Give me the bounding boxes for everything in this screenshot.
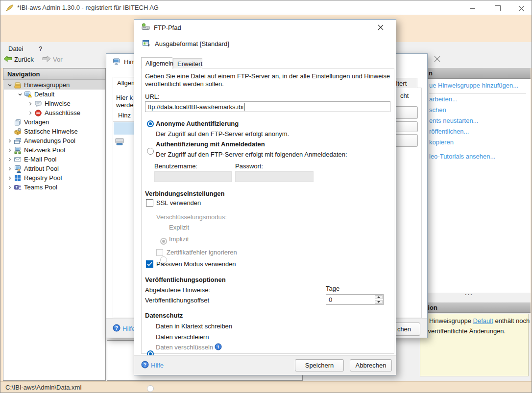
chevron-right-icon[interactable] bbox=[6, 185, 13, 190]
sidebar-item-teams-pool[interactable]: TTeams Pool bbox=[4, 183, 105, 192]
action-link-3[interactable]: ents neustarten... bbox=[429, 117, 478, 124]
save-button[interactable]: Speichern bbox=[295, 359, 344, 371]
passive-mode-label[interactable]: Passiven Modus verwenden bbox=[156, 260, 236, 268]
maximize-button[interactable] bbox=[490, 3, 505, 13]
chevron-right-icon[interactable] bbox=[6, 157, 13, 162]
cert-errors-checkbox bbox=[156, 249, 163, 256]
action-link-6[interactable]: leo-Tutorials ansehen... bbox=[429, 153, 495, 160]
action-link-2[interactable]: schen bbox=[429, 106, 446, 114]
sidebar-item-label: Hinweisgruppen bbox=[24, 81, 70, 89]
password-input[interactable] bbox=[235, 171, 314, 182]
chevron-right-icon[interactable] bbox=[6, 148, 13, 153]
spinner-down-button[interactable] bbox=[375, 300, 383, 304]
sidebar-item-label: Statische Hinweise bbox=[24, 128, 78, 135]
background-text-line2: werde bbox=[116, 101, 133, 109]
background-help-icon[interactable]: ? bbox=[113, 324, 121, 333]
username-input[interactable] bbox=[154, 171, 232, 182]
sidebar-item-anwendungs-pool[interactable]: Anwendungs Pool bbox=[4, 136, 105, 145]
background-window-icon bbox=[113, 58, 121, 67]
chevron-down-icon[interactable] bbox=[6, 83, 13, 88]
radio-encrypt bbox=[147, 385, 154, 392]
chevron-right-icon[interactable] bbox=[6, 166, 13, 171]
view-close-icon[interactable] bbox=[434, 55, 441, 64]
navigation-tree: HinweisgruppenDefaultHinweiseAusschlüsse… bbox=[4, 80, 105, 192]
chevron-right-icon[interactable] bbox=[26, 111, 34, 116]
offset-spinner[interactable]: 0 bbox=[326, 294, 384, 305]
background-list-header: Hinz bbox=[118, 112, 131, 119]
back-button[interactable]: Zurück bbox=[3, 54, 34, 65]
action-link-1[interactable]: arbeiten... bbox=[429, 95, 458, 103]
radio-credentials-label[interactable]: Authentifizierung mit Anmeldedaten bbox=[156, 140, 265, 148]
monitor-warning-icon bbox=[24, 91, 32, 98]
ftp-description-line2: veröffentlicht werden sollen. bbox=[145, 80, 224, 88]
layers-icon bbox=[13, 81, 22, 89]
sidebar-item-label: Ausschlüsse bbox=[45, 109, 80, 116]
ftp-dialog-subtitle: Ausgabeformat [Standard] bbox=[155, 40, 229, 47]
network-icon bbox=[13, 146, 22, 154]
info-line1: Hinweisgruppe Default enthält noch bbox=[429, 317, 530, 324]
expired-label: Abgelaufene Hinweise: bbox=[145, 286, 210, 294]
menu-datei[interactable]: Datei bbox=[5, 44, 26, 53]
actions-separator bbox=[429, 93, 526, 94]
action-link-5[interactable]: kopieren bbox=[429, 139, 454, 146]
sidebar-item-registry-pool[interactable]: Registry Pool bbox=[4, 173, 105, 183]
privacy-header: Datenschutz bbox=[145, 312, 183, 319]
sidebar-item-label: Attribut Pool bbox=[24, 165, 59, 172]
spinner-up-button[interactable] bbox=[375, 295, 383, 299]
url-label: URL: bbox=[145, 93, 160, 100]
radio-credentials[interactable] bbox=[147, 148, 154, 155]
chevron-right-icon[interactable] bbox=[26, 101, 34, 106]
radio-implicit-label: Implizit bbox=[169, 235, 189, 243]
static-box-icon bbox=[13, 128, 22, 136]
cancel-button-dialog[interactable]: Abbrechen bbox=[350, 359, 392, 371]
actions-panel: n ue Hinweisgruppe hinzufügen...arbeiten… bbox=[417, 68, 531, 293]
radio-anonymous[interactable] bbox=[147, 120, 154, 127]
chevron-down-icon[interactable] bbox=[16, 92, 24, 97]
offset-value[interactable]: 0 bbox=[326, 295, 374, 304]
url-input[interactable]: ftp://data.local/IBI-aws/remarks.ibi bbox=[145, 101, 390, 112]
default-link[interactable]: Default bbox=[473, 317, 493, 324]
sidebar-item-statische-hinweise[interactable]: Statische Hinweise bbox=[4, 127, 105, 136]
menu-help[interactable]: ? bbox=[36, 44, 45, 53]
action-link-4[interactable]: röffentlichen... bbox=[429, 128, 469, 135]
radio-plaintext-label[interactable]: Daten in Klartext schreiben bbox=[156, 323, 232, 330]
window-title: *IBI-aws Admin 1.30.0 - registriert für … bbox=[17, 4, 159, 11]
splitter-handle[interactable]: ... bbox=[465, 289, 473, 297]
sidebar-item-label: Anwendungs Pool bbox=[24, 137, 75, 144]
sidebar-item-hinweisgruppen[interactable]: Hinweisgruppen bbox=[4, 80, 105, 90]
sidebar-item-netzwerk-pool[interactable]: Netzwerk Pool bbox=[4, 145, 105, 155]
radio-obfuscate-label[interactable]: Daten verschleiern bbox=[156, 333, 209, 341]
radio-explicit-label: Explizit bbox=[169, 224, 189, 231]
ssl-label[interactable]: SSL verwenden bbox=[156, 199, 201, 207]
connection-header: Verbindungseinstellungen bbox=[145, 190, 225, 197]
navigation-panel: Navigation HinweisgruppenDefaultHinweise… bbox=[3, 68, 106, 381]
info-icon[interactable]: i bbox=[215, 343, 222, 352]
mail-icon bbox=[13, 156, 22, 163]
action-link-0[interactable]: ue Hinweisgruppe hinzufügen... bbox=[429, 82, 518, 89]
chevron-right-icon[interactable] bbox=[6, 139, 13, 143]
ftp-help-icon[interactable]: ? bbox=[141, 361, 149, 370]
sidebar-item-label: Teams Pool bbox=[24, 184, 57, 191]
sidebar-item-ausschl-sse[interactable]: Ausschlüsse bbox=[4, 108, 105, 117]
ftp-tab-erweitert[interactable]: Erweitert bbox=[173, 58, 202, 69]
sidebar-item-vorlagen[interactable]: Vorlagen bbox=[4, 117, 105, 127]
sidebar-item-hinweise[interactable]: Hinweise bbox=[4, 99, 105, 108]
ftp-dialog-close-icon[interactable] bbox=[377, 24, 384, 32]
svg-text:i: i bbox=[218, 345, 219, 349]
username-label: Benutzername: bbox=[154, 162, 197, 170]
radio-anonymous-label[interactable]: Anonyme Authentifizierung bbox=[156, 120, 239, 127]
sidebar-item-e-mail-pool[interactable]: E-Mail Pool bbox=[4, 155, 105, 164]
close-button[interactable] bbox=[514, 3, 529, 13]
ssl-checkbox[interactable] bbox=[146, 199, 153, 207]
ftp-tab-allgemein[interactable]: Allgemein bbox=[141, 57, 172, 69]
sidebar-item-default[interactable]: Default bbox=[4, 90, 105, 99]
actions-header: n bbox=[417, 68, 531, 79]
minimize-button[interactable] bbox=[465, 3, 480, 13]
registry-grid-icon bbox=[13, 174, 22, 182]
sidebar-item-attribut-pool[interactable]: Attribut Pool bbox=[4, 164, 105, 173]
ftp-help-link[interactable]: Hilfe bbox=[151, 362, 164, 369]
passive-mode-checkbox[interactable] bbox=[146, 260, 153, 268]
forward-button[interactable]: Vor bbox=[42, 54, 63, 65]
background-right-text: cht bbox=[400, 92, 409, 99]
chevron-right-icon[interactable] bbox=[6, 176, 13, 181]
